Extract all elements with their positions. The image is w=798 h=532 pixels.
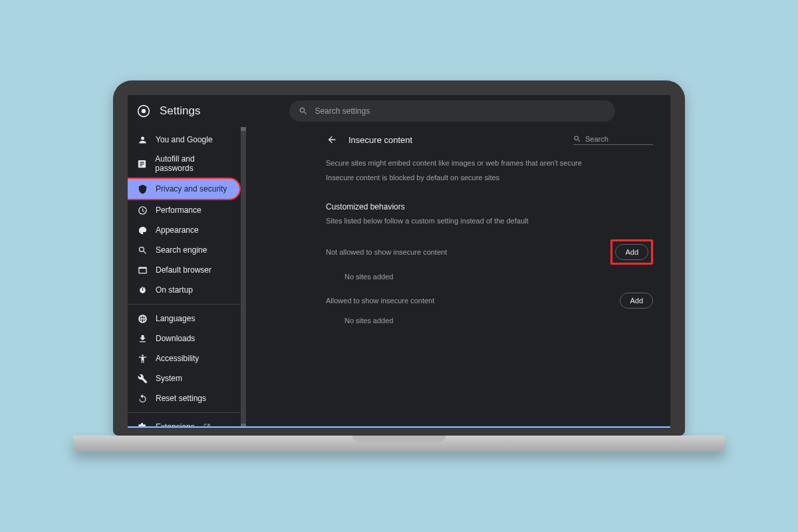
sidebar-item-default-browser[interactable]: Default browser <box>128 260 241 280</box>
speedometer-icon <box>137 205 148 215</box>
settings-content: Insecure content Search Secure sites mig… <box>246 127 670 428</box>
bottom-accent-bar <box>128 426 670 428</box>
sidebar-item-label: You and Google <box>156 135 213 144</box>
page-title: Insecure content <box>348 135 412 145</box>
search-icon <box>573 135 581 143</box>
sidebar-item-privacy[interactable]: Privacy and security <box>128 178 241 200</box>
sidebar-item-autofill[interactable]: Autofill and passwords <box>128 150 241 178</box>
page-search-input[interactable]: Search <box>573 135 653 145</box>
not-allowed-row: Not allowed to show insecure content Add <box>326 239 653 265</box>
add-allowed-button[interactable]: Add <box>620 293 653 309</box>
sidebar-item-label: On startup <box>156 285 193 295</box>
sidebar-item-system[interactable]: System <box>128 368 241 388</box>
sidebar-item-label: Reset settings <box>156 394 206 403</box>
chrome-logo-icon <box>137 104 150 118</box>
allowed-label: Allowed to show insecure content <box>326 297 434 305</box>
allowed-row: Allowed to show insecure content Add <box>326 293 653 309</box>
download-icon <box>137 333 148 344</box>
search-icon <box>137 245 148 255</box>
sidebar-item-downloads[interactable]: Downloads <box>128 329 241 348</box>
sidebar-item-label: Default browser <box>156 265 211 275</box>
not-allowed-label: Not allowed to show insecure content <box>326 248 447 256</box>
settings-sidebar: You and Google Autofill and passwords Pr… <box>128 127 241 428</box>
search-icon <box>299 106 308 116</box>
sidebar-item-reset[interactable]: Reset settings <box>128 388 241 408</box>
customized-behaviors-title: Customized behaviors <box>326 202 653 211</box>
search-settings-input[interactable]: Search settings <box>289 100 615 122</box>
sidebar-item-label: Downloads <box>156 334 195 343</box>
shield-icon <box>137 184 148 194</box>
sidebar-item-performance[interactable]: Performance <box>128 200 241 220</box>
settings-title: Settings <box>160 104 200 118</box>
scrollbar-button-up[interactable] <box>241 127 246 131</box>
allowed-empty: No sites added <box>326 309 653 325</box>
description-line-2: Insecure content is blocked by default o… <box>326 172 653 184</box>
page-search-label: Search <box>585 135 608 143</box>
autofill-icon <box>137 158 147 169</box>
sidebar-item-label: Search engine <box>156 245 207 255</box>
search-placeholder: Search settings <box>315 106 370 116</box>
sidebar-item-languages[interactable]: Languages <box>128 309 241 329</box>
page-header: Insecure content Search <box>326 134 653 146</box>
sidebar-divider <box>128 304 241 305</box>
laptop-base <box>73 436 725 452</box>
power-icon <box>137 285 148 295</box>
sidebar-item-search-engine[interactable]: Search engine <box>128 240 241 260</box>
sidebar-item-you-and-google[interactable]: You and Google <box>128 130 241 150</box>
person-icon <box>137 134 148 145</box>
add-not-allowed-button[interactable]: Add <box>615 244 648 260</box>
sidebar-item-on-startup[interactable]: On startup <box>128 280 241 300</box>
laptop-notch <box>352 436 446 442</box>
description-line-1: Secure sites might embed content like im… <box>326 158 653 170</box>
sidebar-item-label: Accessibility <box>156 354 199 363</box>
sidebar-item-label: System <box>156 374 182 383</box>
sidebar-item-label: Privacy and security <box>156 184 227 194</box>
browser-icon <box>137 265 148 275</box>
not-allowed-empty: No sites added <box>326 265 653 281</box>
settings-header: Settings Search settings <box>128 95 670 127</box>
accessibility-icon <box>137 353 148 364</box>
sidebar-item-label: Autofill and passwords <box>155 154 231 173</box>
add-button-highlight: Add <box>610 239 653 265</box>
sidebar-item-label: Performance <box>156 205 201 215</box>
system-icon <box>137 373 148 384</box>
sidebar-divider <box>128 412 241 413</box>
svg-point-1 <box>142 109 146 114</box>
appearance-icon <box>137 225 148 235</box>
sidebar-scrollbar[interactable] <box>241 127 246 428</box>
sidebar-item-appearance[interactable]: Appearance <box>128 220 241 240</box>
sidebar-item-accessibility[interactable]: Accessibility <box>128 348 241 368</box>
customized-behaviors-desc: Sites listed below follow a custom setti… <box>326 215 653 227</box>
chrome-settings-window: Settings Search settings You and Google … <box>128 95 670 428</box>
back-button[interactable] <box>326 134 338 146</box>
sidebar-item-label: Appearance <box>156 225 199 235</box>
globe-icon <box>137 313 148 324</box>
reset-icon <box>137 393 148 404</box>
sidebar-item-label: Languages <box>156 314 195 323</box>
